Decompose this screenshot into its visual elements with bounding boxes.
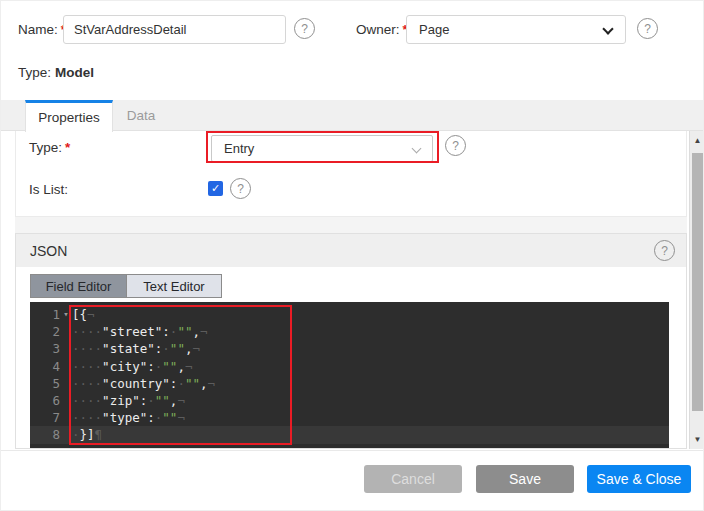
json-help-icon[interactable]: ? (654, 240, 675, 261)
code-text: ····"country":·"",¬ (72, 375, 215, 392)
line-number: 8 (30, 426, 60, 443)
tab-properties[interactable]: Properties (25, 100, 113, 132)
type-summary: Type:Model (18, 65, 94, 80)
vertical-scrollbar[interactable]: ▲ ▼ (689, 131, 704, 449)
code-text: ····"type":·""¬ (72, 409, 185, 426)
code-line[interactable]: 2····"street":·"",¬ (30, 323, 669, 340)
scroll-down-icon[interactable]: ▼ (690, 435, 704, 444)
json-section: JSON ? Field Editor Text Editor 1▾[{¬2··… (15, 233, 687, 449)
fold-spacer (60, 323, 72, 340)
code-text: ·}]¶ (72, 426, 102, 443)
save-and-close-button[interactable]: Save & Close (587, 465, 691, 493)
type-summary-label: Type: (18, 65, 51, 80)
is-list-help-icon[interactable]: ? (230, 178, 251, 199)
code-line[interactable]: 3····"state":·"",¬ (30, 340, 669, 357)
type-summary-value: Model (55, 65, 94, 80)
fold-spacer (60, 392, 72, 409)
editor-mode-toggle: Field Editor Text Editor (30, 274, 222, 298)
fold-spacer (60, 358, 72, 375)
type-help-icon[interactable]: ? (445, 135, 466, 156)
code-line[interactable]: 4····"city":·"",¬ (30, 358, 669, 375)
variable-editor-dialog: Name:* ? Owner:* Page ? Type:Model Prope… (0, 0, 704, 511)
tab-data[interactable]: Data (113, 100, 169, 131)
section-divider (15, 217, 687, 233)
cancel-button[interactable]: Cancel (364, 465, 462, 493)
required-asterisk: * (65, 140, 70, 155)
code-text: ····"street":·"",¬ (72, 323, 208, 340)
code-text: [{¬ (72, 306, 95, 323)
fold-arrow-icon[interactable]: ▾ (60, 306, 72, 323)
code-editor[interactable]: 1▾[{¬2····"street":·"",¬3····"state":·""… (30, 302, 669, 448)
code-line[interactable]: 7····"type":·""¬ (30, 409, 669, 426)
owner-label-text: Owner: (356, 22, 400, 37)
text-editor-button[interactable]: Text Editor (126, 275, 221, 297)
name-label: Name:* (18, 22, 66, 37)
scroll-up-icon[interactable]: ▲ (690, 136, 704, 145)
tab-strip: Properties Data (1, 100, 704, 131)
is-list-label: Is List: (29, 182, 68, 197)
name-help-icon[interactable]: ? (294, 18, 315, 39)
type-field-label: Type:* (29, 140, 70, 155)
chevron-down-icon (412, 144, 422, 154)
scrollbar-thumb[interactable] (692, 153, 703, 411)
line-number: 7 (30, 409, 60, 426)
fold-spacer (60, 409, 72, 426)
line-number: 1 (30, 306, 60, 323)
fold-spacer (60, 426, 72, 443)
type-select[interactable]: Entry (211, 135, 433, 162)
json-section-title: JSON (30, 243, 67, 259)
line-number: 2 (30, 323, 60, 340)
is-list-checkbox[interactable]: ✓ (208, 181, 223, 196)
type-selected-value: Entry (224, 141, 254, 156)
line-number: 3 (30, 340, 60, 357)
name-label-text: Name: (18, 22, 58, 37)
footer-bar: Cancel Save Save & Close (1, 450, 704, 511)
owner-selected-value: Page (419, 22, 449, 37)
line-number: 5 (30, 375, 60, 392)
code-line[interactable]: 5····"country":·"",¬ (30, 375, 669, 392)
code-text: ····"city":·"",¬ (72, 358, 192, 375)
field-editor-button[interactable]: Field Editor (31, 275, 126, 297)
json-section-header: JSON ? (16, 234, 686, 267)
code-lines: 1▾[{¬2····"street":·"",¬3····"state":·""… (30, 306, 669, 444)
owner-select[interactable]: Page (406, 15, 626, 44)
code-line[interactable]: 1▾[{¬ (30, 306, 669, 323)
line-number: 4 (30, 358, 60, 375)
code-text: ····"zip":·"",¬ (72, 392, 185, 409)
line-number: 6 (30, 392, 60, 409)
save-button[interactable]: Save (476, 465, 574, 493)
owner-label: Owner:* (356, 22, 408, 37)
fold-spacer (60, 375, 72, 392)
code-text: ····"state":·"",¬ (72, 340, 200, 357)
owner-help-icon[interactable]: ? (637, 18, 658, 39)
chevron-down-icon (602, 23, 613, 34)
name-input[interactable] (63, 15, 286, 44)
fold-spacer (60, 340, 72, 357)
type-field-label-text: Type: (29, 140, 62, 155)
code-line[interactable]: 8·}]¶ (30, 426, 669, 443)
code-line[interactable]: 6····"zip":·"",¬ (30, 392, 669, 409)
